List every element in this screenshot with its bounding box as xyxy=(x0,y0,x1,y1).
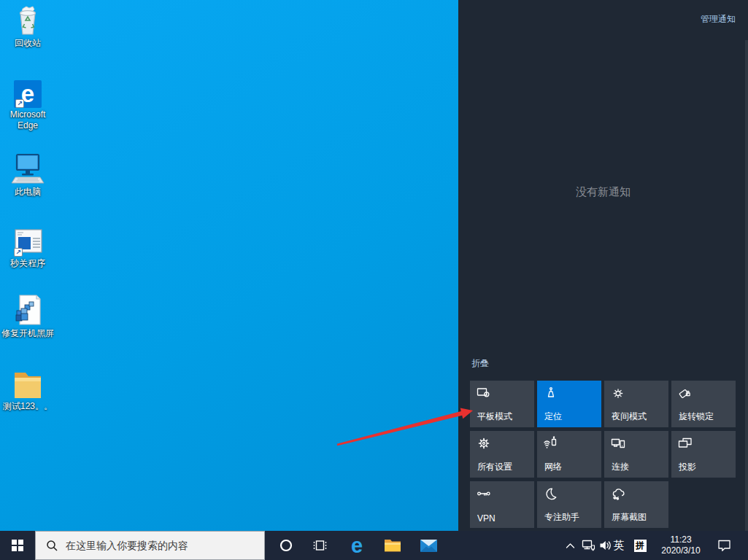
quick-action-rotation-lock[interactable]: 旋转锁定 xyxy=(671,381,736,427)
quick-action-vpn[interactable]: VPN xyxy=(470,481,534,528)
quick-action-label: 投影 xyxy=(679,461,696,473)
task-view-button[interactable] xyxy=(305,531,336,560)
quick-action-all-settings[interactable]: 所有设置 xyxy=(470,431,534,478)
focus-assist-icon xyxy=(544,486,558,504)
desktop-icon-label: 修复开机黑屏 xyxy=(1,328,54,339)
clock-time: 11:23 xyxy=(670,534,691,545)
quick-action-label: 夜间模式 xyxy=(612,411,647,423)
mail-icon xyxy=(420,540,437,552)
file-explorer-icon xyxy=(384,538,401,553)
location-icon xyxy=(544,386,558,403)
project-icon xyxy=(678,436,693,454)
quick-action-tablet-mode[interactable]: 平板模式 xyxy=(470,381,534,427)
night-light-icon xyxy=(611,386,625,403)
collapse-link[interactable]: 折叠 xyxy=(471,357,489,370)
edge-taskbar-button[interactable]: e xyxy=(341,531,373,560)
clock-date: 2020/3/10 xyxy=(661,545,700,556)
chevron-up-icon xyxy=(566,542,575,549)
taskbar: e xyxy=(0,531,748,560)
shortcut-arrow-icon: ↗ xyxy=(14,248,23,257)
manage-notifications-link[interactable]: 管理通知 xyxy=(701,13,736,26)
recycle-bin-icon xyxy=(13,3,42,36)
cortana-button[interactable] xyxy=(271,531,301,560)
ime-language-button[interactable]: 英 xyxy=(610,531,628,560)
quick-action-network[interactable]: 网络 xyxy=(537,431,601,478)
annotation-arrow xyxy=(314,397,482,456)
quick-action-connect[interactable]: 连接 xyxy=(604,431,668,478)
desktop-icon-label: 秒关程序 xyxy=(10,258,45,269)
screen-snip-icon xyxy=(611,486,625,504)
quick-action-location[interactable]: 定位 xyxy=(537,381,601,427)
tray-network-button[interactable] xyxy=(579,531,597,560)
mail-button[interactable] xyxy=(412,531,444,560)
quick-action-project[interactable]: 投影 xyxy=(671,431,736,478)
clock[interactable]: 11:23 2020/3/10 xyxy=(652,531,709,560)
start-button[interactable] xyxy=(0,531,35,560)
quick-action-night-light[interactable]: 夜间模式 xyxy=(604,381,668,427)
desktop-icon-label: Microsoft Edge xyxy=(0,109,55,131)
quick-action-label: 网络 xyxy=(544,461,562,473)
connect-icon xyxy=(611,436,625,454)
tablet-mode-icon xyxy=(477,386,491,403)
desktop-icon-microsoft-edge[interactable]: e ↗ Microsoft Edge xyxy=(0,74,55,131)
quick-action-label: 连接 xyxy=(612,461,629,473)
quick-action-screen-snip[interactable]: 屏幕截图 xyxy=(604,481,668,528)
this-pc-icon xyxy=(11,152,45,185)
taskbar-search[interactable] xyxy=(35,531,265,560)
network-icon xyxy=(544,436,558,454)
quick-action-label: 所有设置 xyxy=(477,461,512,473)
desktop-icon-label: 测试123。。 xyxy=(3,401,53,412)
edge-icon: e ↗ xyxy=(14,74,42,108)
desktop-icon-app[interactable]: ↗ 秒关程序 xyxy=(0,223,55,269)
file-explorer-button[interactable] xyxy=(377,531,409,560)
action-center-panel: 管理通知 没有新通知 折叠 平板模式 定位 xyxy=(458,0,748,531)
cortana-icon xyxy=(279,538,293,553)
task-view-icon xyxy=(313,538,328,553)
edge-icon: e xyxy=(351,535,363,556)
quick-action-focus-assist[interactable]: 专注助手 xyxy=(537,481,601,528)
quick-action-label: 定位 xyxy=(544,411,562,423)
search-input[interactable] xyxy=(66,540,248,551)
ime-mode-indicator: 拼 xyxy=(634,540,647,552)
desktop-icon-label: 此电脑 xyxy=(15,187,41,198)
quick-action-label: 专注助手 xyxy=(544,511,579,524)
vpn-icon xyxy=(477,486,491,504)
app-window-icon: ↗ xyxy=(12,223,43,257)
ime-mode-button[interactable]: 拼 xyxy=(631,531,649,560)
registry-file-icon xyxy=(12,293,43,327)
ime-language-label: 英 xyxy=(614,539,625,553)
quick-action-label: VPN xyxy=(477,513,496,524)
desktop-icon-recycle-bin[interactable]: 回收站 xyxy=(0,3,55,49)
action-center-button[interactable] xyxy=(708,531,741,560)
rotation-lock-icon xyxy=(678,386,693,403)
panel-scrollbar[interactable] xyxy=(745,40,748,531)
desktop: 回收站 e ↗ Microsoft Edge 此电脑 xyxy=(0,0,748,560)
tray-expand-button[interactable] xyxy=(562,531,578,560)
no-notifications-text: 没有新通知 xyxy=(458,185,748,199)
settings-icon xyxy=(477,436,491,454)
desktop-icon-registry-file[interactable]: 修复开机黑屏 xyxy=(0,293,55,339)
quick-action-label: 屏幕截图 xyxy=(612,511,647,524)
desktop-icon-folder[interactable]: 测试123。。 xyxy=(0,366,55,412)
folder-icon xyxy=(12,366,44,400)
shortcut-arrow-icon: ↗ xyxy=(15,99,24,108)
quick-action-label: 旋转锁定 xyxy=(679,411,714,423)
network-status-icon xyxy=(582,540,595,551)
quick-actions-grid: 平板模式 定位 夜间模式 xyxy=(470,381,736,528)
desktop-icon-this-pc[interactable]: 此电脑 xyxy=(0,152,55,198)
action-center-icon xyxy=(717,539,732,553)
search-icon xyxy=(46,540,58,552)
quick-action-label: 平板模式 xyxy=(477,411,512,423)
windows-logo-icon xyxy=(12,540,23,551)
desktop-icon-label: 回收站 xyxy=(15,38,41,49)
